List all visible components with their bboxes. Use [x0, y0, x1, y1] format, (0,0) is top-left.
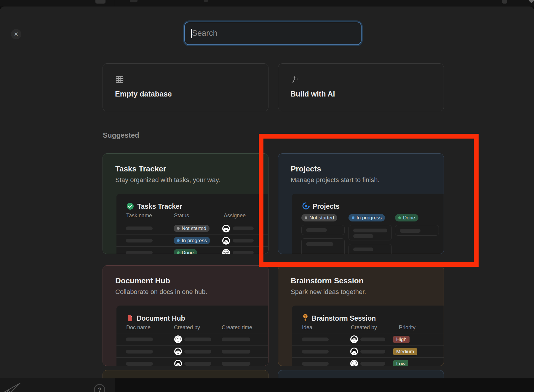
board-card	[348, 225, 392, 240]
skeleton-bar	[233, 226, 254, 230]
avatar	[174, 335, 182, 343]
skeleton-bar	[302, 350, 329, 354]
search-input[interactable]	[185, 22, 361, 44]
question-icon: ?	[98, 386, 102, 392]
skeleton-bar	[184, 362, 211, 366]
table-row: Low	[292, 357, 444, 366]
skeleton-bar	[353, 229, 387, 232]
skeleton-bar	[222, 362, 250, 366]
template-title: Tasks Tracker	[115, 164, 166, 173]
skeleton-bar	[233, 239, 254, 242]
template-picker-screen: { "icons": { "close": "✕", "question": "…	[0, 0, 534, 392]
preview-title: Document Hub	[137, 314, 185, 322]
skeleton-bar	[360, 338, 385, 341]
avatar	[222, 237, 230, 245]
toolbar-icon-fragment	[502, 0, 507, 4]
column-header: Status	[174, 213, 189, 219]
skeleton-bar	[126, 251, 153, 254]
skeleton-bar	[222, 350, 250, 354]
template-description: Collaborate on docs in one hub.	[115, 288, 207, 296]
empty-database-card[interactable]: Empty database	[103, 63, 268, 111]
priority-label: Medium	[396, 349, 414, 355]
skeleton-bar	[184, 338, 211, 341]
skeleton-bar	[222, 338, 250, 341]
board-card	[301, 238, 345, 254]
skeleton-bar	[306, 242, 333, 246]
template-card-partial[interactable]	[278, 370, 444, 378]
table-row: Done	[116, 246, 268, 254]
cursor-fragment	[528, 0, 534, 3]
template-title: Brainstorm Session	[291, 276, 364, 285]
search-box	[184, 22, 362, 45]
skeleton-bar	[302, 338, 329, 341]
template-card-projects[interactable]: Projects Manage projects start to finish…	[278, 153, 444, 254]
close-button[interactable]: ✕	[11, 29, 21, 39]
sidebar-divider	[115, 0, 115, 7]
column-header: Task name	[126, 213, 152, 219]
new-database-modal: ✕ Empty database Build with AI Suggested…	[0, 7, 534, 378]
build-with-ai-card[interactable]: Build with AI	[278, 63, 444, 111]
template-preview: Brainstorm Session Idea Created by Prior…	[292, 306, 444, 366]
template-description: Spark new ideas together.	[291, 288, 366, 296]
skeleton-bar	[400, 229, 421, 233]
avatar	[222, 225, 230, 232]
priority-label: Low	[396, 361, 405, 366]
status-pill-done: Done	[174, 249, 197, 254]
board-card	[348, 244, 392, 254]
skeleton-bar	[126, 338, 153, 341]
close-icon: ✕	[14, 31, 19, 38]
preview-title: Tasks Tracker	[137, 203, 182, 211]
avatar	[350, 360, 358, 366]
status-label: Done	[403, 215, 415, 221]
build-with-ai-label: Build with AI	[290, 90, 335, 98]
status-pill-in-progress: In progress	[174, 237, 210, 244]
toolbar-icon-fragment	[95, 0, 105, 4]
board-card	[301, 225, 345, 235]
skeleton-bar	[184, 350, 211, 354]
circular-arrow-icon	[302, 202, 310, 211]
avatar	[350, 335, 358, 343]
skeleton-bar	[360, 350, 385, 354]
template-description: Manage projects start to finish.	[291, 176, 380, 184]
template-preview: Projects Not started In progress Done	[292, 194, 444, 254]
table-grid-icon	[115, 75, 124, 85]
template-card-tasks-tracker[interactable]: Tasks Tracker Stay organized with tasks,…	[103, 153, 268, 254]
template-card-document-hub[interactable]: Document Hub Collaborate on docs in one …	[103, 265, 268, 366]
column-header: Created by	[174, 324, 200, 331]
status-label: In progress	[356, 215, 382, 221]
column-header: Assignee	[224, 213, 246, 219]
template-card-brainstorm-session[interactable]: Brainstorm Session Spark new ideas toget…	[278, 265, 444, 366]
priority-pill-medium: Medium	[393, 348, 417, 355]
table-row	[116, 333, 268, 346]
table-row: High	[292, 333, 444, 346]
toolbar-icon-fragment	[204, 0, 208, 2]
skeleton-bar	[353, 234, 373, 238]
skeleton-bar	[126, 239, 153, 242]
skeleton-bar	[360, 362, 385, 366]
template-title: Projects	[291, 164, 321, 173]
skeleton-bar	[126, 350, 153, 354]
empty-database-label: Empty database	[115, 90, 172, 98]
send-feedback-icon[interactable]	[1, 382, 23, 392]
avatar	[350, 348, 358, 355]
background-app-bottombar	[0, 378, 534, 392]
check-circle-icon	[127, 203, 134, 211]
status-pill-not-started: Not started	[174, 225, 210, 232]
ai-wand-icon	[290, 75, 300, 85]
avatar	[174, 348, 182, 355]
avatar	[174, 360, 182, 366]
skeleton-bar	[126, 226, 153, 230]
status-dot	[305, 216, 307, 219]
status-label: Not started	[309, 215, 334, 221]
preview-title: Brainstorm Session	[311, 314, 376, 322]
status-dot	[398, 216, 401, 219]
toolbar-icon-fragment	[130, 0, 138, 2]
board-column-not-started: Not started	[301, 214, 337, 221]
column-header: Created by	[351, 324, 377, 331]
background-app-topbar	[0, 0, 534, 7]
table-row: Not started	[116, 222, 268, 234]
table-row	[116, 345, 268, 358]
status-dot	[352, 216, 354, 219]
template-card-partial[interactable]	[103, 370, 268, 378]
avatar	[222, 249, 230, 254]
